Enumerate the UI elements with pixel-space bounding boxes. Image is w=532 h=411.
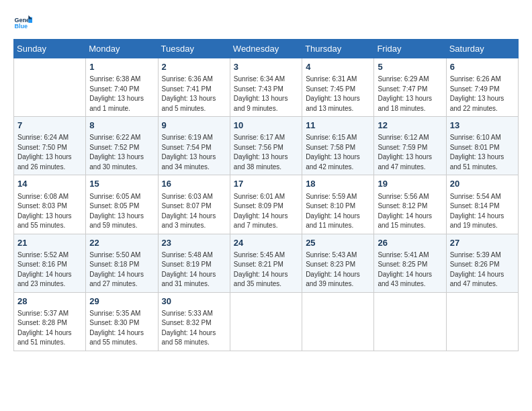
header-day-thursday: Thursday — [302, 40, 374, 58]
calendar-cell: 30Sunrise: 5:33 AMSunset: 8:32 PMDayligh… — [158, 292, 230, 351]
day-number: 29 — [89, 295, 154, 308]
calendar-cell: 1Sunrise: 6:38 AMSunset: 7:40 PMDaylight… — [86, 58, 158, 117]
day-number: 30 — [162, 295, 226, 308]
calendar-cell: 19Sunrise: 5:56 AMSunset: 8:12 PMDayligh… — [374, 175, 446, 234]
calendar-cell: 9Sunrise: 6:19 AMSunset: 7:54 PMDaylight… — [158, 117, 230, 175]
day-info: Sunrise: 6:34 AMSunset: 7:43 PMDaylight:… — [234, 75, 298, 113]
calendar-cell — [230, 292, 302, 351]
day-info: Sunrise: 5:33 AMSunset: 8:32 PMDaylight:… — [162, 309, 226, 348]
calendar-cell: 7Sunrise: 6:24 AMSunset: 7:50 PMDaylight… — [14, 117, 86, 175]
day-number: 13 — [450, 120, 515, 132]
calendar-cell: 18Sunrise: 5:59 AMSunset: 8:10 PMDayligh… — [302, 175, 374, 234]
calendar-cell: 14Sunrise: 6:08 AMSunset: 8:03 PMDayligh… — [14, 175, 86, 234]
calendar-cell: 23Sunrise: 5:48 AMSunset: 8:19 PMDayligh… — [158, 234, 230, 292]
week-row-2: 7Sunrise: 6:24 AMSunset: 7:50 PMDaylight… — [14, 117, 519, 175]
day-info: Sunrise: 6:17 AMSunset: 7:56 PMDaylight:… — [234, 133, 298, 172]
calendar-cell: 22Sunrise: 5:50 AMSunset: 8:18 PMDayligh… — [86, 234, 158, 292]
day-info: Sunrise: 5:48 AMSunset: 8:19 PMDaylight:… — [162, 250, 226, 289]
svg-text:Blue: Blue — [14, 23, 28, 30]
header-day-wednesday: Wednesday — [230, 40, 302, 58]
calendar-cell: 2Sunrise: 6:36 AMSunset: 7:41 PMDaylight… — [158, 58, 230, 117]
day-info: Sunrise: 5:37 AMSunset: 8:28 PMDaylight:… — [17, 309, 82, 348]
calendar-cell: 5Sunrise: 6:29 AMSunset: 7:47 PMDaylight… — [374, 58, 446, 117]
day-number: 24 — [234, 237, 298, 249]
calendar-cell: 26Sunrise: 5:41 AMSunset: 8:25 PMDayligh… — [374, 234, 446, 292]
header-day-sunday: Sunday — [14, 40, 86, 58]
day-info: Sunrise: 6:24 AMSunset: 7:50 PMDaylight:… — [17, 133, 82, 172]
day-number: 22 — [89, 237, 154, 249]
logo-icon: General Blue — [13, 13, 32, 32]
day-info: Sunrise: 6:22 AMSunset: 7:52 PMDaylight:… — [89, 133, 154, 172]
day-number: 11 — [306, 120, 370, 132]
day-info: Sunrise: 6:31 AMSunset: 7:45 PMDaylight:… — [306, 75, 370, 113]
day-number: 20 — [450, 178, 515, 190]
day-number: 5 — [378, 61, 442, 73]
day-number: 14 — [17, 178, 82, 190]
header-row: SundayMondayTuesdayWednesdayThursdayFrid… — [14, 40, 519, 58]
calendar-table: SundayMondayTuesdayWednesdayThursdayFrid… — [13, 39, 519, 351]
calendar-cell — [14, 58, 86, 117]
header-day-tuesday: Tuesday — [158, 40, 230, 58]
day-number: 2 — [162, 61, 226, 73]
day-number: 9 — [162, 120, 226, 132]
day-info: Sunrise: 6:05 AMSunset: 8:05 PMDaylight:… — [89, 192, 154, 231]
day-info: Sunrise: 5:39 AMSunset: 8:26 PMDaylight:… — [450, 250, 515, 289]
day-number: 15 — [89, 178, 154, 190]
calendar-cell: 11Sunrise: 6:15 AMSunset: 7:58 PMDayligh… — [302, 117, 374, 175]
day-info: Sunrise: 5:41 AMSunset: 8:25 PMDaylight:… — [378, 250, 442, 289]
calendar-cell: 10Sunrise: 6:17 AMSunset: 7:56 PMDayligh… — [230, 117, 302, 175]
day-number: 10 — [234, 120, 298, 132]
calendar-cell: 20Sunrise: 5:54 AMSunset: 8:14 PMDayligh… — [446, 175, 518, 234]
day-info: Sunrise: 5:35 AMSunset: 8:30 PMDaylight:… — [89, 309, 154, 348]
day-info: Sunrise: 6:15 AMSunset: 7:58 PMDaylight:… — [306, 133, 370, 172]
day-number: 4 — [306, 61, 370, 73]
calendar-cell: 15Sunrise: 6:05 AMSunset: 8:05 PMDayligh… — [86, 175, 158, 234]
day-info: Sunrise: 6:36 AMSunset: 7:41 PMDaylight:… — [162, 75, 226, 113]
day-info: Sunrise: 5:43 AMSunset: 8:23 PMDaylight:… — [306, 250, 370, 289]
calendar-cell — [446, 292, 518, 351]
day-info: Sunrise: 6:01 AMSunset: 8:09 PMDaylight:… — [234, 192, 298, 231]
day-info: Sunrise: 6:26 AMSunset: 7:49 PMDaylight:… — [450, 75, 515, 113]
day-number: 8 — [89, 120, 154, 132]
calendar-cell — [302, 292, 374, 351]
calendar-cell: 25Sunrise: 5:43 AMSunset: 8:23 PMDayligh… — [302, 234, 374, 292]
day-info: Sunrise: 5:52 AMSunset: 8:16 PMDaylight:… — [17, 250, 82, 289]
header-day-saturday: Saturday — [446, 40, 518, 58]
calendar-cell: 6Sunrise: 6:26 AMSunset: 7:49 PMDaylight… — [446, 58, 518, 117]
calendar-cell — [374, 292, 446, 351]
calendar-cell: 24Sunrise: 5:45 AMSunset: 8:21 PMDayligh… — [230, 234, 302, 292]
calendar-cell: 3Sunrise: 6:34 AMSunset: 7:43 PMDaylight… — [230, 58, 302, 117]
day-info: Sunrise: 5:54 AMSunset: 8:14 PMDaylight:… — [450, 192, 515, 231]
week-row-4: 21Sunrise: 5:52 AMSunset: 8:16 PMDayligh… — [14, 234, 519, 292]
header-day-friday: Friday — [374, 40, 446, 58]
calendar-cell: 12Sunrise: 6:12 AMSunset: 7:59 PMDayligh… — [374, 117, 446, 175]
calendar-cell: 21Sunrise: 5:52 AMSunset: 8:16 PMDayligh… — [14, 234, 86, 292]
day-number: 1 — [89, 61, 154, 73]
day-number: 25 — [306, 237, 370, 249]
day-info: Sunrise: 6:08 AMSunset: 8:03 PMDaylight:… — [17, 192, 82, 231]
day-info: Sunrise: 6:19 AMSunset: 7:54 PMDaylight:… — [162, 133, 226, 172]
day-number: 16 — [162, 178, 226, 190]
day-info: Sunrise: 6:12 AMSunset: 7:59 PMDaylight:… — [378, 133, 442, 172]
day-info: Sunrise: 5:45 AMSunset: 8:21 PMDaylight:… — [234, 250, 298, 289]
day-info: Sunrise: 6:29 AMSunset: 7:47 PMDaylight:… — [378, 75, 442, 113]
day-info: Sunrise: 6:38 AMSunset: 7:40 PMDaylight:… — [89, 75, 154, 113]
calendar-cell: 27Sunrise: 5:39 AMSunset: 8:26 PMDayligh… — [446, 234, 518, 292]
day-number: 27 — [450, 237, 515, 249]
day-number: 12 — [378, 120, 442, 132]
week-row-5: 28Sunrise: 5:37 AMSunset: 8:28 PMDayligh… — [14, 292, 519, 351]
calendar-cell: 29Sunrise: 5:35 AMSunset: 8:30 PMDayligh… — [86, 292, 158, 351]
logo: General Blue — [13, 13, 35, 32]
day-number: 18 — [306, 178, 370, 190]
day-number: 28 — [17, 295, 82, 308]
calendar-cell: 4Sunrise: 6:31 AMSunset: 7:45 PMDaylight… — [302, 58, 374, 117]
calendar-cell: 28Sunrise: 5:37 AMSunset: 8:28 PMDayligh… — [14, 292, 86, 351]
day-number: 17 — [234, 178, 298, 190]
week-row-3: 14Sunrise: 6:08 AMSunset: 8:03 PMDayligh… — [14, 175, 519, 234]
day-info: Sunrise: 5:56 AMSunset: 8:12 PMDaylight:… — [378, 192, 442, 231]
day-info: Sunrise: 5:50 AMSunset: 8:18 PMDaylight:… — [89, 250, 154, 289]
calendar-cell: 8Sunrise: 6:22 AMSunset: 7:52 PMDaylight… — [86, 117, 158, 175]
page-header: General Blue — [13, 13, 519, 32]
day-number: 7 — [17, 120, 82, 132]
day-number: 23 — [162, 237, 226, 249]
